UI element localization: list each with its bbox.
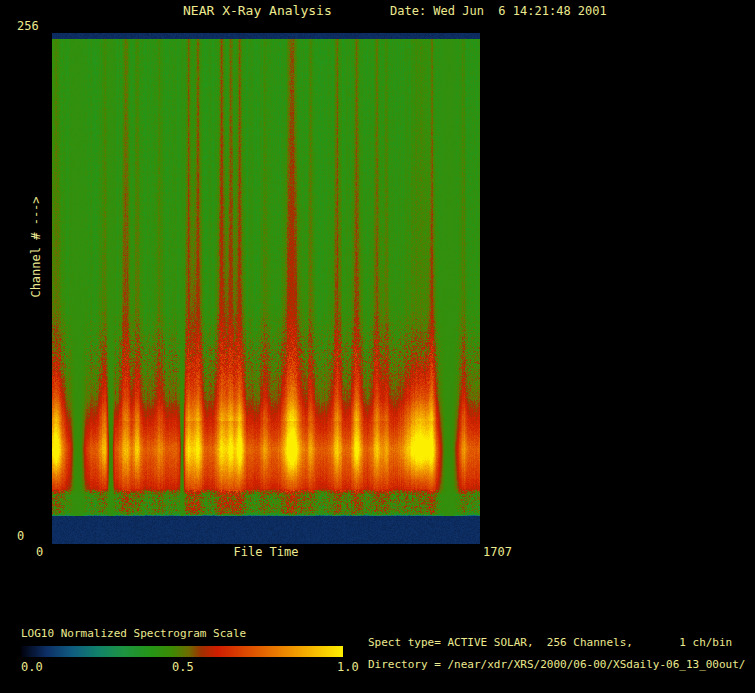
- x-axis-min-label: 0: [36, 546, 43, 559]
- y-axis-min-label: 0: [17, 530, 24, 543]
- x-axis-label: File Time: [52, 546, 480, 559]
- colorbar-gradient: [21, 646, 343, 657]
- y-axis-max-label: 256: [17, 20, 39, 33]
- colorbar-tick-min: 0.0: [21, 661, 43, 674]
- colorbar-tick-mid: 0.5: [172, 661, 194, 674]
- page-title: NEAR X-Ray Analysis: [183, 4, 332, 18]
- spectrogram-canvas: [52, 33, 480, 544]
- y-axis-label: Channel # --->: [30, 196, 43, 297]
- spect-type-label: Spect type= ACTIVE SOLAR, 256 Channels, …: [368, 637, 732, 649]
- spectrogram-plot-area: [52, 33, 480, 544]
- x-axis-max-label: 1707: [483, 546, 512, 559]
- date-label: Date: Wed Jun 6 14:21:48 2001: [390, 5, 607, 18]
- colorbar-tick-max: 1.0: [337, 661, 359, 674]
- directory-label: Directory = /near/xdr/XRS/2000/06-00/XSd…: [368, 659, 746, 671]
- colorbar-title: LOG10 Normalized Spectrogram Scale: [21, 628, 246, 640]
- plot-window: NEAR X-Ray Analysis Date: Wed Jun 6 14:2…: [0, 0, 755, 693]
